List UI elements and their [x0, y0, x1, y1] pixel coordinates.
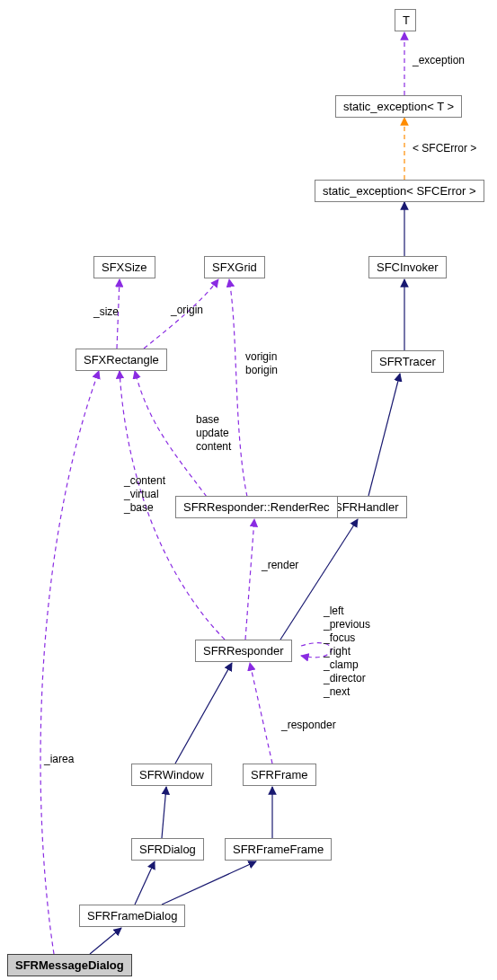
node-SFXGrid[interactable]: SFXGrid	[204, 256, 265, 278]
node-SFRTracer[interactable]: SFRTracer	[371, 350, 444, 373]
edge-window-to-responder	[175, 663, 232, 764]
edge-label-sfcerror: < SFCError >	[413, 142, 476, 155]
edge-frame-to-responder	[250, 663, 272, 764]
node-SFRMessageDialog[interactable]: SFRMessageDialog	[7, 954, 132, 976]
node-SFRFrame[interactable]: SFRFrame	[243, 764, 316, 786]
node-static-exception-T[interactable]: static_exception< T >	[335, 95, 462, 118]
node-SFRFrameDialog[interactable]: SFRFrameDialog	[79, 905, 185, 927]
edge-renderrec-to-grid	[229, 279, 247, 497]
edge-label-size: _size	[93, 305, 119, 319]
edge-label-cvb: _content _virtual _base	[124, 474, 165, 515]
edge-label-selfloop: _left _previous _focus _right _clamp _di…	[324, 605, 370, 699]
edge-handler-to-tracer	[368, 374, 400, 496]
edge-framedialog-to-frameframe	[162, 861, 256, 905]
edge-label-iarea: _iarea	[44, 753, 74, 766]
class-diagram: T static_exception< T > static_exception…	[0, 0, 497, 980]
edge-label-render: _render	[262, 559, 298, 572]
edge-messagedialog-to-rectangle	[40, 371, 99, 954]
edge-label-base: base update content	[196, 413, 231, 454]
node-SFRFrameFrame[interactable]: SFRFrameFrame	[225, 838, 332, 861]
node-SFCInvoker[interactable]: SFCInvoker	[368, 256, 447, 278]
node-SFRHandler[interactable]: SFRHandler	[326, 496, 407, 518]
node-SFRResponder[interactable]: SFRResponder	[195, 640, 292, 662]
node-RenderRec[interactable]: SFRResponder::RenderRec	[175, 496, 338, 518]
edge-label-vorigin: vorigin borigin	[245, 350, 278, 377]
node-SFXSize[interactable]: SFXSize	[93, 256, 155, 278]
node-SFRWindow[interactable]: SFRWindow	[131, 764, 212, 786]
edge-label-origin: _origin	[171, 304, 203, 317]
node-static-exception-SFCError[interactable]: static_exception< SFCError >	[315, 180, 484, 202]
edge-label-exception: _exception	[413, 54, 465, 67]
edge-label-responder: _responder	[281, 719, 336, 732]
node-SFXRectangle[interactable]: SFXRectangle	[75, 349, 167, 371]
node-T[interactable]: T	[395, 9, 416, 31]
node-SFRDialog[interactable]: SFRDialog	[131, 838, 204, 861]
edge-responder-to-renderrec	[245, 519, 254, 640]
edge-dialog-to-window	[162, 787, 166, 838]
edge-framedialog-to-dialog	[135, 861, 155, 905]
edge-messagedialog-to-framedialog	[90, 928, 121, 954]
